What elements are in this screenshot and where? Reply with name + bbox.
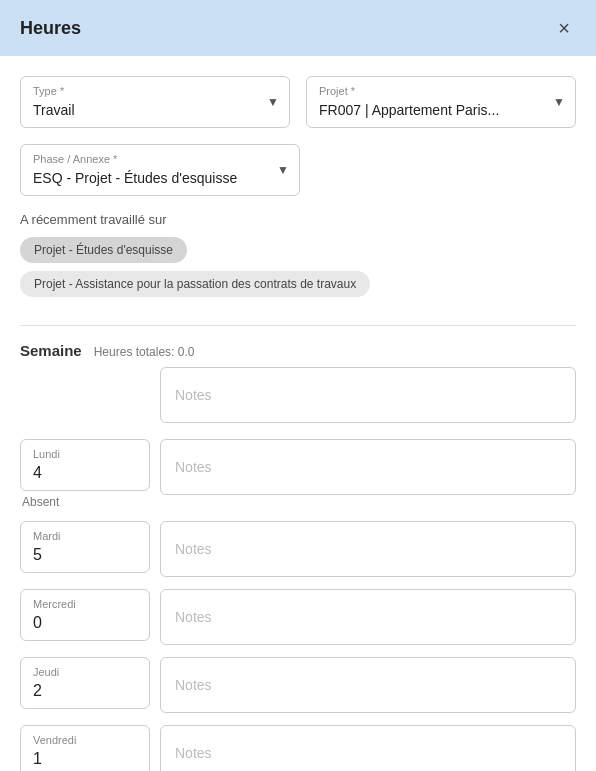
week-row: Notes xyxy=(20,367,576,423)
day-label-2: Mercredi xyxy=(33,598,137,610)
week-label: Semaine xyxy=(20,342,82,359)
project-dropdown-icon: ▼ xyxy=(553,95,565,109)
recent-item-0[interactable]: Projet - Études d'esquisse xyxy=(20,237,187,263)
week-total: Heures totales: 0.0 xyxy=(94,345,195,359)
absent-label-0: Absent xyxy=(20,495,150,509)
day-notes-2[interactable]: Notes xyxy=(160,589,576,645)
day-notes-placeholder-2: Notes xyxy=(175,609,212,625)
day-row-4: Vendredi1Notes xyxy=(20,725,576,771)
day-notes-placeholder-3: Notes xyxy=(175,677,212,693)
day-notes-placeholder-4: Notes xyxy=(175,745,212,761)
day-value-0: 4 xyxy=(33,464,42,481)
type-value: Travail xyxy=(33,102,75,118)
recently-label: A récemment travaillé sur xyxy=(20,212,576,227)
type-label: Type * xyxy=(33,85,277,97)
modal-body: Type * Travail ▼ Projet * FR007 | Appart… xyxy=(0,56,596,771)
week-notes[interactable]: Notes xyxy=(160,367,576,423)
day-row-2: Mercredi0Notes xyxy=(20,589,576,645)
project-label: Projet * xyxy=(319,85,563,97)
project-value: FR007 | Appartement Paris... xyxy=(319,102,499,118)
day-input-wrapper-2: Mercredi0 xyxy=(20,589,150,641)
day-row-3: Jeudi2Notes xyxy=(20,657,576,713)
day-value-2: 0 xyxy=(33,614,42,631)
day-notes-placeholder-0: Notes xyxy=(175,459,212,475)
day-label-3: Jeudi xyxy=(33,666,137,678)
day-notes-placeholder-1: Notes xyxy=(175,541,212,557)
day-hour-field-4[interactable]: Vendredi1 xyxy=(20,725,150,771)
divider xyxy=(20,325,576,326)
recently-section: A récemment travaillé sur Projet - Étude… xyxy=(20,212,576,305)
week-hour-placeholder xyxy=(20,367,150,423)
week-header: Semaine Heures totales: 0.0 xyxy=(20,342,576,359)
days-container: Lundi4AbsentNotesMardi5NotesMercredi0Not… xyxy=(20,439,576,771)
recent-item-1[interactable]: Projet - Assistance pour la passation de… xyxy=(20,271,370,297)
day-hour-field-1[interactable]: Mardi5 xyxy=(20,521,150,573)
day-row-1: Mardi5Notes xyxy=(20,521,576,577)
day-hour-field-3[interactable]: Jeudi2 xyxy=(20,657,150,709)
day-value-3: 2 xyxy=(33,682,42,699)
day-notes-0[interactable]: Notes xyxy=(160,439,576,495)
phase-field[interactable]: Phase / Annexe * ESQ - Projet - Études d… xyxy=(20,144,300,196)
phase-row: Phase / Annexe * ESQ - Projet - Études d… xyxy=(20,144,576,196)
phase-value: ESQ - Projet - Études d'esquisse xyxy=(33,170,237,186)
modal-title: Heures xyxy=(20,18,81,39)
day-input-wrapper-3: Jeudi2 xyxy=(20,657,150,709)
day-value-4: 1 xyxy=(33,750,42,767)
day-label-1: Mardi xyxy=(33,530,137,542)
close-button[interactable]: × xyxy=(552,16,576,40)
week-notes-placeholder: Notes xyxy=(175,387,212,403)
day-input-wrapper-4: Vendredi1 xyxy=(20,725,150,771)
phase-dropdown-icon: ▼ xyxy=(277,163,289,177)
day-value-1: 5 xyxy=(33,546,42,563)
project-field[interactable]: Projet * FR007 | Appartement Paris... ▼ xyxy=(306,76,576,128)
day-input-wrapper-1: Mardi5 xyxy=(20,521,150,573)
day-hour-field-2[interactable]: Mercredi0 xyxy=(20,589,150,641)
day-notes-4[interactable]: Notes xyxy=(160,725,576,771)
type-dropdown-icon: ▼ xyxy=(267,95,279,109)
recent-items: Projet - Études d'esquisse Projet - Assi… xyxy=(20,237,576,305)
day-hour-field-0[interactable]: Lundi4 xyxy=(20,439,150,491)
day-notes-1[interactable]: Notes xyxy=(160,521,576,577)
day-notes-3[interactable]: Notes xyxy=(160,657,576,713)
modal: Heures × Type * Travail ▼ Projet * FR007… xyxy=(0,0,596,771)
phase-label: Phase / Annexe * xyxy=(33,153,287,165)
day-label-4: Vendredi xyxy=(33,734,137,746)
day-label-0: Lundi xyxy=(33,448,137,460)
week-section: Semaine Heures totales: 0.0 Notes xyxy=(20,342,576,423)
day-input-wrapper-0: Lundi4Absent xyxy=(20,439,150,509)
type-field[interactable]: Type * Travail ▼ xyxy=(20,76,290,128)
day-row-0: Lundi4AbsentNotes xyxy=(20,439,576,509)
type-project-row: Type * Travail ▼ Projet * FR007 | Appart… xyxy=(20,76,576,128)
modal-header: Heures × xyxy=(0,0,596,56)
